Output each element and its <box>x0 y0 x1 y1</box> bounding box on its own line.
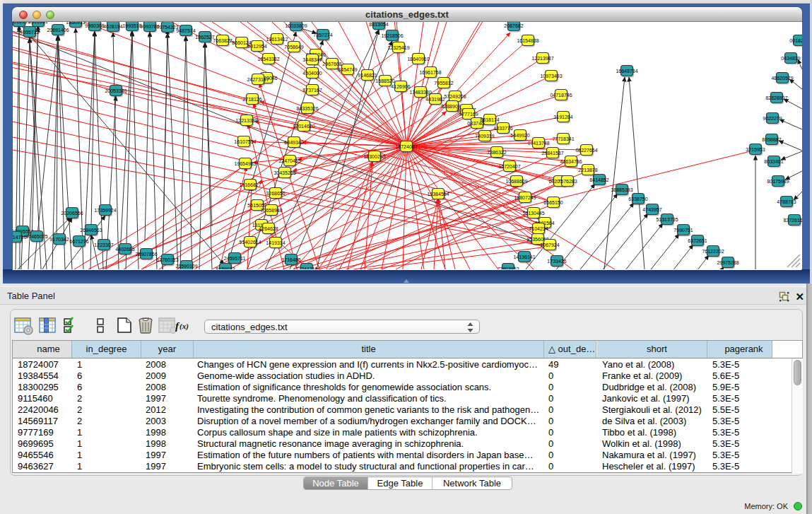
svg-text:61760313: 61760313 <box>156 257 178 262</box>
svg-text:2087682: 2087682 <box>504 23 523 28</box>
svg-text:7357274: 7357274 <box>313 33 332 37</box>
svg-text:13613412: 13613412 <box>266 37 288 42</box>
svg-text:4104234: 4104234 <box>529 226 548 231</box>
svg-text:18300295: 18300295 <box>363 154 385 159</box>
svg-text:10973493: 10973493 <box>540 74 562 78</box>
svg-text:8813054: 8813054 <box>369 22 388 27</box>
svg-text:16961758: 16961758 <box>419 70 441 75</box>
svg-text:20053346: 20053346 <box>105 88 126 93</box>
svg-text:1862527: 1862527 <box>195 35 214 40</box>
svg-text:18807249: 18807249 <box>514 195 536 200</box>
svg-text:19166827: 19166827 <box>239 182 261 187</box>
svg-text:1419314: 1419314 <box>266 240 285 245</box>
svg-text:1588520: 1588520 <box>375 78 394 83</box>
svg-text:28907866: 28907866 <box>135 252 157 257</box>
svg-text:26018159: 26018159 <box>13 22 30 24</box>
svg-text:04718746: 04718746 <box>550 93 572 98</box>
svg-text:12213389: 12213389 <box>235 118 257 123</box>
svg-text:4628194: 4628194 <box>103 24 122 29</box>
svg-text:10688609: 10688609 <box>505 179 527 184</box>
svg-text:82828807: 82828807 <box>765 95 787 100</box>
svg-text:2213878: 2213878 <box>578 168 597 173</box>
svg-text:4504000: 4504000 <box>302 71 322 76</box>
svg-text:4788783: 4788783 <box>777 199 796 204</box>
svg-text:1067924: 1067924 <box>540 243 559 247</box>
svg-text:21590109: 21590109 <box>175 264 197 269</box>
svg-text:8912954: 8912954 <box>247 44 266 49</box>
svg-text:18724007: 18724007 <box>395 144 417 149</box>
svg-text:3716485: 3716485 <box>281 257 300 262</box>
svg-text:76122202: 76122202 <box>702 249 724 254</box>
svg-text:26846563: 26846563 <box>80 228 102 233</box>
svg-text:4126906: 4126906 <box>391 84 410 89</box>
svg-text:8159013: 8159013 <box>216 267 235 270</box>
svg-text:84335326: 84335326 <box>296 106 318 111</box>
svg-text:70658948: 70658948 <box>260 208 282 213</box>
svg-text:16648784: 16648784 <box>616 69 637 74</box>
svg-text:08227654: 08227654 <box>575 148 597 153</box>
svg-text:80175989: 80175989 <box>767 179 789 184</box>
svg-text:4402685: 4402685 <box>115 247 134 252</box>
svg-text:56130445: 56130445 <box>522 211 544 216</box>
svg-text:1610755: 1610755 <box>234 139 253 144</box>
svg-text:8058887: 8058887 <box>762 137 781 142</box>
svg-text:0434839: 0434839 <box>781 56 800 61</box>
svg-text:1733426: 1733426 <box>547 259 566 264</box>
svg-text:7663822: 7663822 <box>213 38 232 43</box>
svg-text:4743957: 4743957 <box>642 207 661 212</box>
svg-text:6338750: 6338750 <box>628 197 647 201</box>
svg-text:9146821: 9146821 <box>358 73 377 78</box>
svg-text:16154838: 16154838 <box>517 38 539 43</box>
svg-text:29841537: 29841537 <box>541 151 563 156</box>
svg-text:7990751: 7990751 <box>673 228 693 233</box>
svg-text:29975288: 29975288 <box>717 260 739 265</box>
svg-text:51313735: 51313735 <box>656 217 678 222</box>
svg-text:12325419: 12325419 <box>387 45 409 50</box>
svg-text:1860913: 1860913 <box>66 22 85 25</box>
svg-text:8737167: 8737167 <box>302 88 322 93</box>
svg-text:12213987: 12213987 <box>531 56 553 61</box>
svg-text:1993518: 1993518 <box>122 23 141 28</box>
svg-text:19384554: 19384554 <box>427 192 449 197</box>
svg-text:02014620: 02014620 <box>293 124 314 129</box>
svg-text:24273167: 24273167 <box>247 77 269 82</box>
svg-text:0018263: 0018263 <box>789 38 802 43</box>
svg-text:3215953: 3215953 <box>746 147 765 152</box>
svg-text:38885393: 38885393 <box>611 187 632 192</box>
svg-text:07413748: 07413748 <box>527 141 549 146</box>
svg-text:4055712: 4055712 <box>20 30 39 35</box>
svg-text:5449920: 5449920 <box>510 133 529 138</box>
svg-text:7955812: 7955812 <box>434 81 453 86</box>
svg-text:7576283: 7576283 <box>558 179 577 184</box>
svg-text:8033401: 8033401 <box>764 159 783 164</box>
svg-text:9022279: 9022279 <box>763 116 782 121</box>
svg-text:3191284: 3191284 <box>553 115 572 119</box>
svg-text:77718341: 77718341 <box>552 136 574 141</box>
svg-text:3448347: 3448347 <box>302 57 322 62</box>
svg-text:79754323: 79754323 <box>156 25 178 30</box>
svg-text:72803852: 72803852 <box>497 267 519 270</box>
svg-text:6565150: 6565150 <box>543 200 563 205</box>
svg-text:77741215: 77741215 <box>295 267 317 270</box>
svg-text:8301661: 8301661 <box>28 22 47 24</box>
svg-text:44634786: 44634786 <box>560 159 582 164</box>
svg-text:97114710: 97114710 <box>13 235 26 240</box>
svg-text:57249208: 57249208 <box>444 94 466 99</box>
svg-text:7409319: 7409319 <box>475 134 494 139</box>
svg-text:9170342: 9170342 <box>49 237 69 242</box>
svg-text:9487574: 9487574 <box>176 28 195 33</box>
svg-text:20691406: 20691406 <box>47 28 69 33</box>
svg-text:6849340: 6849340 <box>284 140 303 145</box>
svg-text:19218506: 19218506 <box>381 33 403 38</box>
svg-text:83726167: 83726167 <box>783 218 802 223</box>
svg-text:8454749: 8454749 <box>338 67 357 72</box>
svg-text:8818174: 8818174 <box>480 117 499 122</box>
svg-text:7386322: 7386322 <box>487 150 506 155</box>
svg-text:24595711: 24595711 <box>224 256 246 261</box>
svg-text:17359924: 17359924 <box>94 208 116 213</box>
svg-text:1223307: 1223307 <box>94 243 113 247</box>
svg-text:17483380: 17483380 <box>409 90 431 95</box>
svg-text:(x): (x) <box>180 322 189 331</box>
svg-text:30435205: 30435205 <box>273 170 295 175</box>
svg-text:6671276: 6671276 <box>69 239 88 244</box>
